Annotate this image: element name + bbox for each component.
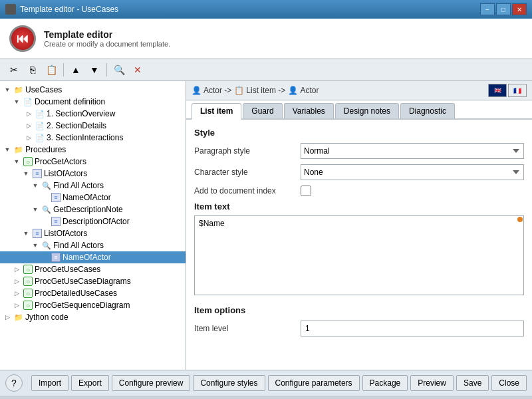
list-item-icon-desc: ≡: [51, 216, 61, 227]
tree-item-jython[interactable]: ▷ 📁 Jython code: [0, 311, 186, 323]
character-style-label: Character style: [194, 168, 301, 177]
tree-item-listofactors1[interactable]: ▼ ≡ ListOfActors: [0, 168, 186, 180]
toggle-listofactors1[interactable]: ▼: [21, 169, 31, 178]
minimize-button[interactable]: −: [480, 3, 495, 15]
configure-styles-button[interactable]: Configure styles: [193, 375, 265, 391]
toggle-section1[interactable]: ▷: [24, 109, 33, 118]
tree-item-procgetsequence[interactable]: ▷ ○ ProcGetSequenceDiagram: [0, 299, 186, 311]
tree-item-listofactors2[interactable]: ▼ ≡ ListOfActors: [0, 227, 186, 239]
tree-label-findallactors2: Find All Actors: [53, 241, 104, 250]
configure-preview-button[interactable]: Configure preview: [112, 375, 191, 391]
tree-label-docdef: Document definition: [35, 97, 105, 106]
tree-label-jython: Jython code: [25, 313, 68, 322]
toggle-doc-def[interactable]: ▼: [12, 97, 21, 106]
title-bar: Template editor - UseCases − □ ✕: [0, 0, 532, 19]
tree-item-nameofactor1[interactable]: ≡ NameOfActor: [0, 192, 186, 203]
toggle-procgetusecases[interactable]: ▷: [12, 265, 21, 274]
tab-diagnostic[interactable]: Diagnostic: [400, 103, 455, 118]
tree-item-procgetusecasediagrams[interactable]: ▷ ○ ProcGetUseCaseDiagrams: [0, 275, 186, 287]
move-up-button[interactable]: ▲: [67, 62, 84, 78]
add-to-index-checkbox[interactable]: [301, 186, 311, 196]
toggle-procgetucdiag[interactable]: ▷: [12, 277, 21, 286]
tree-item-procdetailedusecases[interactable]: ▷ ○ ProcDetailedUseCases: [0, 287, 186, 299]
help-button[interactable]: ?: [5, 374, 23, 392]
paragraph-style-row: Paragraph style Normal Heading 1 Heading…: [194, 143, 524, 159]
tree-item-descofactor[interactable]: ≡ DescriptionOfActor: [0, 215, 186, 227]
tabs-bar: List item Guard Variables Design notes D…: [186, 100, 532, 120]
close-window-button[interactable]: ✕: [512, 3, 527, 15]
save-button[interactable]: Save: [456, 375, 489, 391]
app-logo: ⏮: [9, 25, 36, 52]
tree-item-getdescnote[interactable]: ▼ 🔍 GetDescriptionNote: [0, 203, 186, 215]
toggle-findallactors2[interactable]: ▼: [31, 241, 40, 250]
spacer-2: [40, 217, 49, 226]
delete-button[interactable]: ✕: [129, 62, 146, 78]
paragraph-style-select[interactable]: Normal Heading 1 Heading 2: [301, 143, 524, 159]
toolbar: ✂ ⎘ 📋 ▲ ▼ 🔍 ✕: [0, 59, 532, 81]
proc-icon-4: ○: [23, 288, 33, 299]
tree-label-nameofactor2: NameOfActor: [63, 253, 111, 262]
toggle-usecases[interactable]: ▼: [3, 85, 12, 94]
item-level-label: Item level: [194, 324, 301, 333]
fr-flag-label: 🇫🇷: [513, 87, 521, 94]
toggle-getdescnote[interactable]: ▼: [31, 205, 40, 214]
preview-button[interactable]: Preview: [410, 375, 454, 391]
export-button[interactable]: Export: [71, 375, 109, 391]
tree-label-getdescnote: GetDescriptionNote: [53, 205, 123, 214]
configure-parameters-button[interactable]: Configure parameters: [268, 375, 360, 391]
tree-item-section1[interactable]: ▷ 📄 1. SectionOverview: [0, 108, 186, 120]
toggle-procdetaileduc[interactable]: ▷: [12, 289, 21, 298]
close-button[interactable]: Close: [491, 375, 527, 391]
item-text-area[interactable]: $Name: [194, 215, 524, 295]
toggle-procgetactors[interactable]: ▼: [12, 157, 21, 166]
toggle-jython[interactable]: ▷: [3, 313, 12, 322]
tree-item-procgetusecases[interactable]: ▷ ○ ProcGetUseCases: [0, 263, 186, 275]
header-panel: ⏮ Template editor Create or modify a doc…: [0, 19, 532, 59]
item-level-input[interactable]: [301, 321, 524, 336]
app-subtitle: Create or modify a document template.: [44, 40, 170, 48]
proc-icon-5: ○: [23, 300, 33, 311]
uk-flag-button[interactable]: 🇬🇧: [488, 84, 507, 97]
tree-item-section2[interactable]: ▷ 📄 2. SectionDetails: [0, 120, 186, 132]
item-options-title: Item options: [194, 305, 524, 315]
tab-guard[interactable]: Guard: [243, 103, 282, 118]
maximize-button[interactable]: □: [496, 3, 511, 15]
tree-item-usecases[interactable]: ▼ 📁 UseCases: [0, 84, 186, 96]
tree-item-nameofactor2[interactable]: ≡ NameOfActor: [0, 251, 186, 263]
tree-item-doc-def[interactable]: ▼ 📄 Document definition: [0, 96, 186, 108]
tree-item-findallactors1[interactable]: ▼ 🔍 Find All Actors: [0, 180, 186, 192]
tree-item-findallactors2[interactable]: ▼ 🔍 Find All Actors: [0, 239, 186, 251]
item-options-section: Item options Item level: [194, 305, 524, 336]
tab-variables[interactable]: Variables: [284, 103, 334, 118]
package-button[interactable]: Package: [362, 375, 408, 391]
fr-flag-button[interactable]: 🇫🇷: [508, 84, 527, 97]
toggle-findallactors1[interactable]: ▼: [31, 181, 40, 190]
tree-item-procgetactors[interactable]: ▼ ○ ProcGetActors: [0, 156, 186, 168]
tree-panel: ▼ 📁 UseCases ▼ 📄 Document definition ▷ 📄…: [0, 81, 186, 370]
tree-item-procedures[interactable]: ▼ 📁 Procedures: [0, 144, 186, 156]
tab-list-item[interactable]: List item: [192, 103, 241, 120]
find-icon-3: 🔍: [41, 240, 52, 251]
toggle-procedures[interactable]: ▼: [3, 145, 12, 154]
item-text-wrapper: $Name: [194, 215, 524, 297]
bottom-left: ?: [5, 374, 23, 392]
toggle-section3[interactable]: ▷: [24, 133, 33, 142]
folder-icon-usecases: 📁: [13, 84, 24, 95]
paste-button[interactable]: 📋: [43, 62, 60, 78]
copy-button[interactable]: ⎘: [24, 62, 41, 78]
breadcrumb-bar: 👤 Actor -> 📋 List item -> 👤 Actor 🇬🇧 🇫: [186, 81, 532, 100]
move-down-button[interactable]: ▼: [86, 62, 103, 78]
tree-item-section3[interactable]: ▷ 📄 3. SectionInteractions: [0, 132, 186, 144]
find-button[interactable]: 🔍: [110, 62, 128, 78]
tree-label-procgetactors: ProcGetActors: [35, 157, 86, 166]
toggle-procgetseq[interactable]: ▷: [12, 301, 21, 310]
toggle-section2[interactable]: ▷: [24, 121, 33, 130]
import-button[interactable]: Import: [31, 375, 68, 391]
cut-button[interactable]: ✂: [5, 62, 23, 78]
character-style-select[interactable]: None Bold Italic: [301, 164, 524, 180]
toggle-listofactors2[interactable]: ▼: [21, 229, 31, 238]
tab-design-notes[interactable]: Design notes: [335, 103, 399, 118]
add-to-index-label: Add to document index: [194, 186, 301, 196]
proc-icon-3: ○: [23, 276, 33, 287]
app-title: Template editor: [44, 29, 170, 40]
